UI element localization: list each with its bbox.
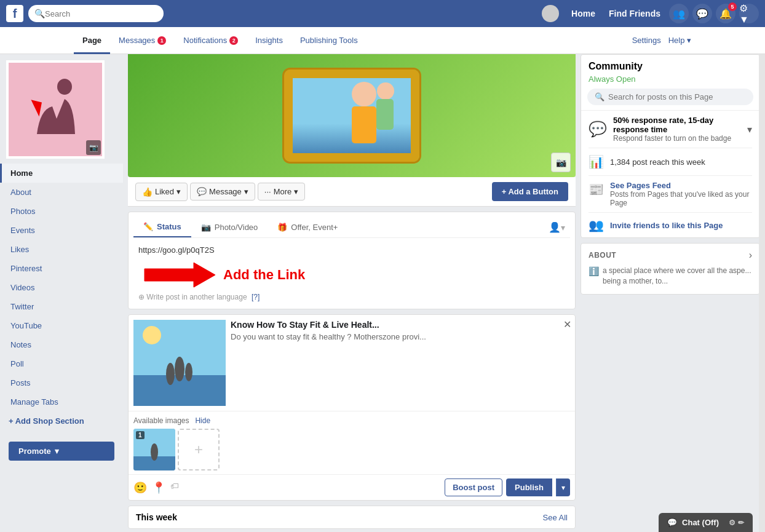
help-link[interactable]: Help ▾ [668, 36, 691, 45]
composer-url-text: https://goo.gl/p0qT2S [138, 245, 565, 255]
plus-circle-icon: ⊕ [138, 293, 145, 301]
page-tab-label: Page [82, 36, 101, 45]
svg-point-10 [175, 357, 184, 381]
promote-label: Promote [18, 447, 51, 456]
tag-btn[interactable]: 🏷 [170, 481, 179, 494]
see-all-link[interactable]: See All [543, 513, 568, 522]
sidebar-item-twitter[interactable]: Twitter [0, 297, 123, 316]
community-card: Community Always Open 🔍 💬 50% response r… [581, 54, 760, 238]
messages-tab-label: Messages [119, 36, 155, 45]
available-images-label: Available images [133, 416, 189, 425]
chat-settings-icon[interactable]: ⚙ [729, 518, 735, 527]
post-reach-text: 1,384 post reach this week [610, 157, 705, 167]
insights-tab[interactable]: Insights [247, 27, 291, 54]
notifications-icon-btn[interactable]: 🔔 5 [716, 4, 735, 23]
find-friends-nav-link[interactable]: Find Friends [604, 9, 665, 18]
response-info: 50% response rate, 15-day response time … [613, 116, 741, 143]
post-description: Do you want to stay fit & healthy ? Moth… [231, 332, 570, 341]
notifications-tab[interactable]: Notifications 2 [175, 27, 247, 54]
page-tab[interactable]: Page [74, 27, 110, 54]
user-avatar[interactable] [542, 5, 559, 22]
status-tab-label: Status [157, 222, 181, 231]
boost-post-button[interactable]: Boost post [445, 478, 502, 496]
write-language-text[interactable]: Write post in another language [146, 293, 247, 301]
photo-video-tab[interactable]: 📷 Photo/Video [191, 217, 268, 237]
add-image-btn[interactable]: + [178, 429, 220, 470]
chat-edit-icon[interactable]: ✏ [738, 518, 744, 527]
response-chevron-btn[interactable]: ▾ [747, 124, 752, 135]
nav-right-section: Home Find Friends 👥 💬 🔔 5 ⚙ ▼ [542, 4, 759, 23]
close-post-btn[interactable]: ✕ [563, 319, 571, 330]
friends-icon-btn[interactable]: 👥 [669, 4, 689, 23]
chat-icon: 💬 [667, 518, 677, 527]
chat-bar[interactable]: 💬 Chat (Off) ⚙ ✏ [659, 513, 753, 529]
location-btn[interactable]: 📍 [152, 481, 165, 494]
messages-icon-btn[interactable]: 💬 [692, 4, 712, 23]
about-chevron-btn[interactable]: › [749, 250, 752, 261]
svg-point-12 [185, 363, 192, 381]
invite-friends-text[interactable]: Invite friends to like this Page [610, 221, 723, 230]
search-posts-bar[interactable]: 🔍 [587, 89, 753, 105]
add-shop-section-btn[interactable]: + Add Shop Section [0, 411, 123, 431]
publish-button[interactable]: Publish [506, 478, 552, 496]
more-button[interactable]: ··· More ▾ [258, 183, 305, 200]
thumbs-up-icon: 👍 [142, 187, 153, 197]
sidebar-item-home[interactable]: Home [0, 164, 123, 183]
home-nav-link[interactable]: Home [566, 9, 600, 18]
add-button-cta[interactable]: + Add a Button [492, 182, 568, 201]
account-icon-btn[interactable]: ⚙ ▼ [739, 4, 759, 23]
cover-silhouette-icon [290, 76, 413, 156]
publish-dropdown-btn[interactable]: ▾ [556, 478, 570, 496]
sidebar-item-about[interactable]: About [0, 183, 123, 202]
page-silhouette-icon [31, 76, 80, 143]
sidebar-item-likes[interactable]: Likes [0, 240, 123, 259]
hint-help-link[interactable]: [?] [252, 293, 260, 301]
image-thumb-1[interactable]: 1 [133, 429, 175, 470]
sidebar-item-notes[interactable]: Notes [0, 335, 123, 354]
left-sidebar: 📷 Home About Photos Events Likes Pintere… [0, 54, 123, 529]
post-image-icon [133, 320, 226, 406]
post-header: Know How To Stay Fit & Live Healt... Do … [129, 315, 575, 411]
facebook-logo-icon[interactable]: f [6, 5, 23, 22]
svg-point-3 [377, 82, 394, 100]
post-content-area: Know How To Stay Fit & Live Healt... Do … [231, 320, 570, 341]
offer-event-tab-label: Offer, Event+ [291, 223, 338, 232]
status-tab[interactable]: ✏️ Status [133, 217, 191, 237]
sidebar-item-youtube[interactable]: YouTube [0, 316, 123, 335]
emoji-picker-btn[interactable]: 🙂 [133, 481, 147, 494]
profile-picture-container: 📷 [6, 60, 105, 159]
sidebar-item-photos[interactable]: Photos [0, 202, 123, 221]
global-search-bar[interactable]: 🔍 [28, 5, 164, 22]
sidebar-item-poll[interactable]: Poll [0, 354, 123, 373]
always-open-status: Always Open [581, 74, 759, 89]
settings-link[interactable]: Settings [632, 36, 661, 45]
invite-row: 👥 Invite friends to like this Page [581, 213, 759, 237]
bar-chart-icon: 📊 [589, 154, 604, 169]
notifications-tab-badge: 2 [229, 36, 238, 45]
sidebar-item-events[interactable]: Events [0, 221, 123, 240]
search-input[interactable] [45, 9, 149, 18]
post-thumbnail [133, 320, 226, 406]
sidebar-item-manage-tabs[interactable]: Manage Tabs [0, 392, 123, 411]
messages-tab[interactable]: Messages 1 [110, 27, 175, 54]
publishing-tools-tab[interactable]: Publishing Tools [291, 27, 367, 54]
image-count-badge: 1 [136, 431, 145, 439]
svg-point-9 [143, 326, 161, 344]
hide-images-link[interactable]: Hide [195, 416, 210, 425]
about-description: a special place where we cover all the a… [603, 266, 752, 287]
liked-button[interactable]: 👍 Liked ▾ [135, 183, 188, 201]
sidebar-item-videos[interactable]: Videos [0, 278, 123, 297]
message-button[interactable]: 💬 Message ▾ [190, 183, 255, 200]
pages-feed-title[interactable]: See Pages Feed [610, 181, 752, 190]
change-cover-photo-btn[interactable]: 📷 [551, 153, 571, 172]
main-layout: 📷 Home About Photos Events Likes Pintere… [0, 54, 765, 529]
sidebar-item-pinterest[interactable]: Pinterest [0, 259, 123, 278]
scrollbar[interactable] [759, 54, 765, 529]
change-profile-photo-btn[interactable]: 📷 [86, 140, 101, 155]
offer-event-tab[interactable]: 🎁 Offer, Event+ [268, 217, 347, 237]
promote-button[interactable]: Promote ▾ [9, 442, 114, 461]
search-posts-input[interactable] [608, 92, 746, 101]
red-arrow-icon [138, 260, 218, 290]
sidebar-item-posts[interactable]: Posts [0, 373, 123, 392]
composer-dropdown-icon[interactable]: ▾ [561, 223, 565, 232]
